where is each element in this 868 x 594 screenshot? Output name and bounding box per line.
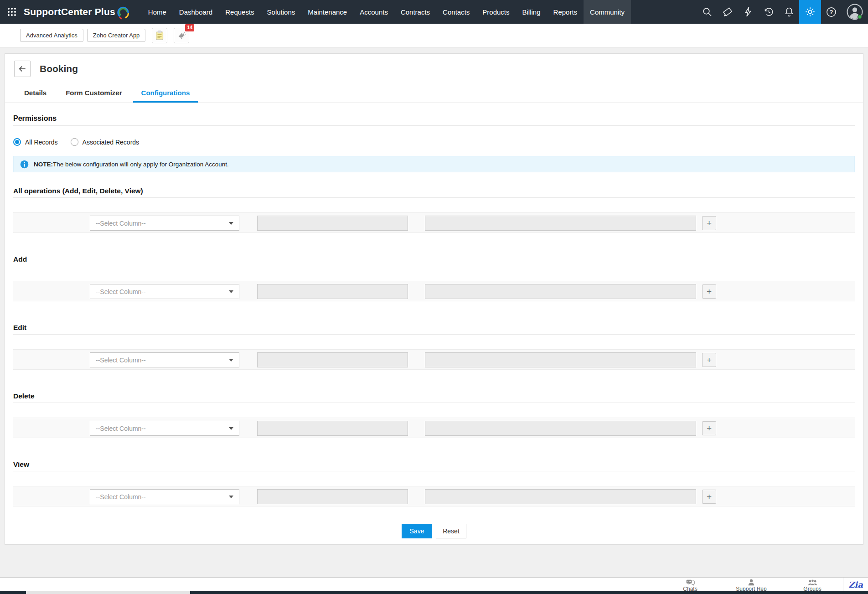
- chevron-down-icon: [229, 427, 233, 430]
- criteria-operator-field: [257, 216, 408, 231]
- select-column-value: --Select Column--: [96, 425, 229, 432]
- nav-icon-group: ?: [697, 0, 868, 24]
- zia-button[interactable]: Zia: [843, 578, 868, 592]
- groups-icon: [808, 579, 817, 586]
- help-icon[interactable]: ?: [821, 0, 842, 24]
- criteria-operator-field: [257, 284, 408, 299]
- top-navigation-bar: SupportCenter Plus Home Dashboard Reques…: [0, 0, 868, 24]
- reset-button[interactable]: Reset: [436, 524, 466, 538]
- status-online-dot: [858, 15, 862, 19]
- groups-button[interactable]: Groups: [782, 578, 843, 592]
- add-criteria-button[interactable]: +: [702, 421, 716, 435]
- nav-item-home[interactable]: Home: [142, 0, 173, 24]
- app-logo-text: SupportCenter Plus: [24, 6, 115, 17]
- radio-option-all-records[interactable]: All Records: [13, 138, 58, 146]
- chats-button[interactable]: Chats: [660, 578, 721, 592]
- section-title-delete: Delete: [13, 392, 855, 400]
- select-column-dropdown[interactable]: --Select Column--: [90, 352, 239, 367]
- radio-option-associated-records[interactable]: Associated Records: [71, 138, 140, 146]
- tab-bar: Details Form Customizer Configurations: [5, 84, 863, 103]
- zoho-creator-app-button[interactable]: Zoho Creator App: [87, 29, 146, 42]
- select-column-dropdown[interactable]: --Select Column--: [90, 216, 239, 231]
- horizontal-scrollbar[interactable]: [0, 591, 868, 594]
- divider: [13, 334, 855, 335]
- criteria-value-field: [425, 284, 696, 299]
- flash-icon[interactable]: [738, 0, 758, 24]
- permissions-radio-group: All Records Associated Records: [13, 138, 855, 146]
- nav-item-dashboard[interactable]: Dashboard: [173, 0, 219, 24]
- announcement-count-badge: 14: [185, 24, 194, 31]
- ticket-add-icon[interactable]: [717, 0, 738, 24]
- criteria-operator-field: [257, 489, 408, 504]
- settings-icon[interactable]: [799, 0, 821, 24]
- nav-item-community[interactable]: Community: [584, 0, 631, 24]
- select-column-value: --Select Column--: [96, 356, 229, 364]
- select-column-dropdown[interactable]: --Select Column--: [90, 284, 239, 299]
- radio-all-records[interactable]: [13, 138, 21, 146]
- criteria-row-view: --Select Column-- +: [13, 486, 855, 506]
- save-button[interactable]: Save: [402, 524, 432, 538]
- nav-item-billing[interactable]: Billing: [516, 0, 547, 24]
- add-criteria-button[interactable]: +: [702, 284, 716, 299]
- divider: [13, 471, 855, 471]
- section-title-add: Add: [13, 255, 855, 263]
- nav-item-contacts[interactable]: Contacts: [436, 0, 476, 24]
- radio-associated-records[interactable]: [71, 138, 78, 146]
- criteria-row-delete: --Select Column-- +: [13, 418, 855, 438]
- nav-item-maintenance[interactable]: Maintenance: [301, 0, 353, 24]
- criteria-operator-field: [257, 421, 408, 436]
- form-actions: Save Reset: [13, 519, 855, 538]
- info-icon: [20, 160, 29, 169]
- criteria-operator-field: [257, 352, 408, 367]
- chats-label: Chats: [683, 586, 697, 592]
- add-criteria-button[interactable]: +: [702, 353, 716, 367]
- nav-item-reports[interactable]: Reports: [547, 0, 584, 24]
- history-icon[interactable]: [758, 0, 779, 24]
- select-column-dropdown[interactable]: --Select Column--: [90, 421, 239, 436]
- divider: [13, 266, 855, 266]
- arrow-left-icon: [18, 64, 27, 73]
- nav-item-requests[interactable]: Requests: [219, 0, 260, 24]
- search-icon[interactable]: [697, 0, 717, 24]
- tab-details[interactable]: Details: [16, 84, 55, 103]
- divider: [13, 125, 855, 126]
- section-title-all-operations: All operations (Add, Edit, Delete, View): [13, 187, 855, 195]
- add-criteria-button[interactable]: +: [702, 490, 716, 504]
- select-column-value: --Select Column--: [96, 493, 229, 501]
- radio-label: All Records: [25, 139, 58, 146]
- advanced-analytics-button[interactable]: Advanced Analytics: [20, 29, 83, 42]
- criteria-value-field: [425, 352, 696, 367]
- note-body: The below configuration will only apply …: [53, 161, 229, 168]
- select-column-value: --Select Column--: [96, 220, 229, 227]
- divider: [13, 197, 855, 198]
- select-column-value: --Select Column--: [96, 288, 229, 295]
- bell-icon[interactable]: [779, 0, 799, 24]
- zia-logo: Zia: [848, 580, 863, 589]
- tab-configurations[interactable]: Configurations: [133, 84, 198, 103]
- add-criteria-button[interactable]: +: [702, 216, 716, 230]
- nav-item-accounts[interactable]: Accounts: [353, 0, 394, 24]
- booking-configuration-card: Booking Details Form Customizer Configur…: [5, 53, 863, 545]
- notes-icon[interactable]: [152, 28, 167, 43]
- tab-form-customizer[interactable]: Form Customizer: [57, 84, 130, 103]
- secondary-toolbar: Advanced Analytics Zoho Creator App 14: [0, 24, 868, 47]
- chevron-down-icon: [229, 222, 233, 225]
- select-column-dropdown[interactable]: --Select Column--: [90, 489, 239, 504]
- card-header: Booking: [5, 54, 863, 84]
- criteria-row-add: --Select Column-- +: [13, 281, 855, 301]
- app-grid-icon[interactable]: [0, 0, 24, 24]
- nav-item-contracts[interactable]: Contracts: [394, 0, 436, 24]
- support-rep-button[interactable]: Support Rep: [721, 578, 782, 592]
- chevron-down-icon: [229, 359, 233, 362]
- scrollbar-thumb[interactable]: [26, 591, 190, 594]
- criteria-value-field: [425, 216, 696, 231]
- nav-item-solutions[interactable]: Solutions: [261, 0, 302, 24]
- nav-item-products[interactable]: Products: [476, 0, 516, 24]
- note-text: NOTE:The below configuration will only a…: [34, 161, 229, 168]
- app-logo[interactable]: SupportCenter Plus: [24, 0, 142, 24]
- chats-icon: [686, 579, 695, 586]
- user-avatar[interactable]: [842, 0, 868, 24]
- back-button[interactable]: [14, 61, 31, 77]
- announcement-icon[interactable]: 14: [174, 28, 189, 43]
- section-title-edit: Edit: [13, 324, 855, 332]
